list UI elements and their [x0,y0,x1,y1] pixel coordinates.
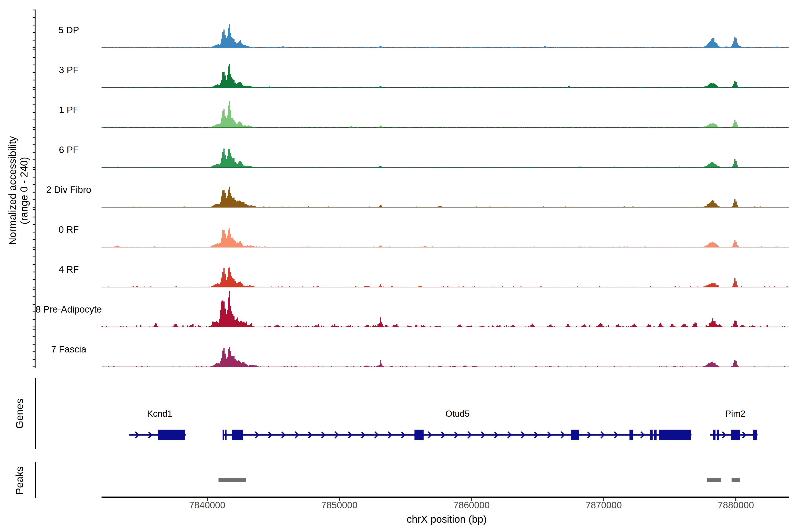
x-tick-label: 7870000 [586,500,622,510]
track-label: 6 PF [59,145,79,155]
y-axis-label-line1: Normalized accessibility [7,136,18,245]
track-label: 3 PF [59,65,79,75]
track-label: 8 Pre-Adipocyte [36,304,102,315]
x-tick-label: 7850000 [321,500,358,510]
gene-label: Kcnd1 [147,409,172,418]
exon-box [650,430,652,440]
track-signal-0-rf [101,228,789,247]
track-signal-5-dp [101,24,789,48]
exon-box [717,430,719,440]
y-axis-label-line2: (range 0 - 240) [18,157,30,224]
exon-box [232,430,243,440]
track-signal-1-pf [101,101,789,128]
genome-browser-figure: Normalized accessibility (range 0 - 240)… [0,0,798,532]
exon-box [415,430,424,440]
x-axis-title: chrX position (bp) [407,513,487,525]
track-signal-4-rf [101,268,789,287]
exon-box [223,430,224,440]
x-tick-label: 7860000 [453,500,490,510]
track-label: 0 RF [58,224,79,235]
y-axis-ticks-layer [33,10,35,367]
track-label: 2 Div Fibro [46,185,91,195]
track-label: 1 PF [59,104,79,115]
peak-bar [732,478,740,482]
exon-box [225,430,227,440]
track-label: 4 RF [58,264,79,274]
peak-bar [218,478,246,482]
genes-section-label: Genes [14,399,25,429]
exon-box [731,430,740,440]
exon-box [713,430,716,440]
x-axis-line [101,496,789,498]
peak-bars-layer [218,478,740,482]
exon-box [659,430,691,440]
gene-models-layer [129,430,757,440]
accessibility-tracks-layer [101,24,789,367]
exon-box [654,430,657,440]
track-signal-3-pf [101,64,789,88]
x-tick-label: 7880000 [718,500,754,510]
track-signal-2-div-fibro [101,187,789,207]
gene-label: Pim2 [725,409,745,418]
track-signal-8-pre-adipocyte [101,291,789,327]
exon-box [629,430,633,440]
exon-box [158,430,185,440]
track-signal-6-pf [101,149,789,167]
track-label: 5 DP [58,25,79,35]
peak-bar [707,478,721,482]
exon-box [571,430,580,440]
x-tick-label: 7840000 [189,500,225,510]
gene-label: Otud5 [445,409,470,418]
track-label: 7 Fascia [51,344,87,355]
peaks-section-label: Peaks [14,467,25,495]
track-signal-7-fascia [101,347,789,367]
